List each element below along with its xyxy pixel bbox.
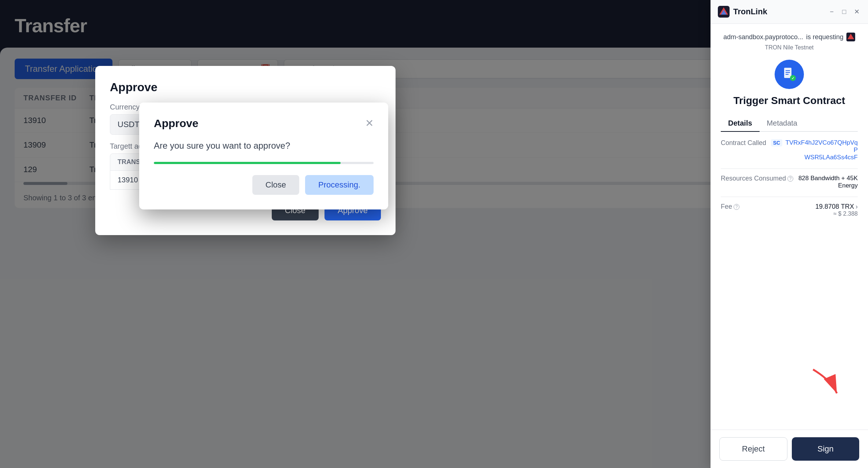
tronlink-body: adm-sandbox.payprotoco... is requesting … [711, 24, 868, 430]
tab-metadata[interactable]: Metadata [760, 115, 805, 132]
contract-icon-area: ✓ Trigger Smart Contract [721, 60, 858, 107]
confirm-close-button[interactable]: Close [252, 175, 299, 195]
fee-row: Fee ? 19.8708 TRX › ≈ $ 2.388 [721, 203, 858, 217]
tronlink-footer: Reject Sign [711, 430, 868, 468]
sign-button[interactable]: Sign [792, 437, 859, 461]
contract-address-line2: WSR5LAa6Ss4csF [805, 154, 858, 161]
fee-label: Fee ? [721, 203, 739, 211]
progress-bar-container [154, 162, 374, 164]
progress-bar-fill [154, 162, 341, 164]
divider-2 [721, 197, 858, 197]
confirm-dialog-title: Approve [154, 117, 199, 130]
requesting-suffix: is requesting [806, 33, 843, 41]
confirm-dialog: Approve ✕ Are you sure you want to appro… [139, 103, 388, 209]
resources-info-icon[interactable]: ? [787, 176, 793, 182]
tronlink-logo-icon [718, 6, 730, 18]
tronlink-titlebar: TronLink − □ ✕ [711, 0, 868, 24]
tab-details[interactable]: Details [721, 115, 760, 132]
tronlink-window-buttons: − □ ✕ [828, 8, 861, 16]
maximize-button[interactable]: □ [840, 8, 848, 16]
confirm-close-x-button[interactable]: ✕ [365, 118, 374, 129]
resources-row: Resources Consumed ? 828 Bandwidth + 45K… [721, 175, 858, 189]
tron-network-badge: TRON Nile Testnet [721, 44, 858, 51]
confirm-actions: Close Processing. [154, 175, 374, 195]
resources-label: Resources Consumed ? [721, 175, 793, 182]
fee-trx: 19.8708 TRX › [815, 203, 858, 211]
sc-badge: SC [771, 139, 782, 146]
resources-value: 828 Bandwidth + 45K Energy [798, 175, 858, 189]
approve-panel-title: Approve [110, 81, 381, 94]
confirm-header: Approve ✕ [154, 117, 374, 130]
fee-value: 19.8708 TRX › ≈ $ 2.388 [815, 203, 858, 217]
tronlink-logo-area: TronLink [718, 6, 767, 18]
contract-address-line1: TVRxF4hJ2VCo67QHpVqP [786, 139, 858, 153]
divider-1 [721, 168, 858, 169]
contract-called-label: Contract Called [721, 139, 766, 147]
contract-heading: Trigger Smart Contract [734, 95, 845, 107]
tronlink-popup: TronLink − □ ✕ adm-sandbox.payprotoco...… [711, 0, 868, 468]
fee-info-icon[interactable]: ? [734, 204, 739, 210]
fee-usd: ≈ $ 2.388 [815, 211, 858, 217]
contract-called-row: Contract Called SC TVRxF4hJ2VCo67QHpVqP … [721, 139, 858, 161]
fee-chevron-icon: › [856, 203, 858, 211]
requesting-line: adm-sandbox.payprotoco... is requesting [721, 33, 858, 41]
tronlink-window-title: TronLink [733, 7, 767, 16]
contract-called-value: SC TVRxF4hJ2VCo67QHpVqP WSR5LAa6Ss4csF [771, 139, 858, 161]
confirm-processing-button[interactable]: Processing. [305, 175, 374, 195]
requesting-domain: adm-sandbox.payprotoco... [723, 33, 803, 41]
tronlink-small-icon [846, 33, 855, 41]
reject-button[interactable]: Reject [719, 437, 787, 461]
tronlink-tabs: Details Metadata [721, 115, 858, 132]
svg-text:✓: ✓ [791, 76, 794, 80]
smart-contract-icon: ✓ [781, 66, 797, 82]
contract-icon-circle: ✓ [775, 60, 804, 89]
confirm-message: Are you sure you want to approve? [154, 141, 374, 151]
close-button[interactable]: ✕ [853, 8, 861, 16]
minimize-button[interactable]: − [828, 8, 836, 16]
